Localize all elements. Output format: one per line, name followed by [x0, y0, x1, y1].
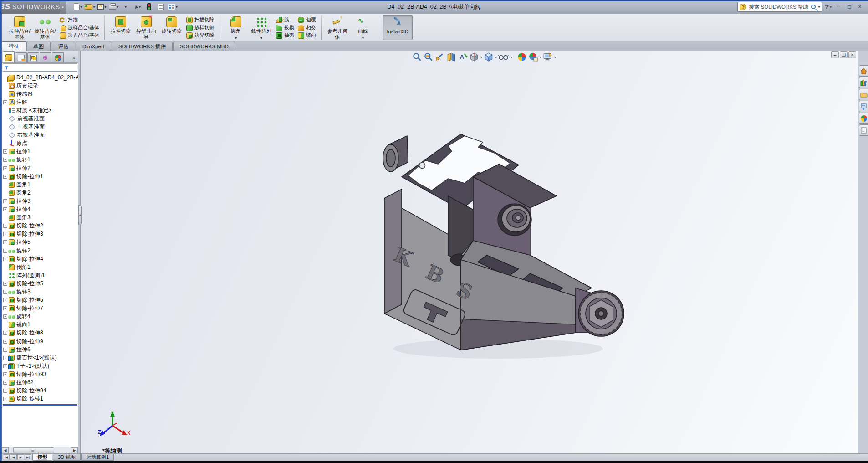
- tree-item[interactable]: + 拉伸2: [3, 164, 78, 172]
- ribbon-small-button[interactable]: 拔模: [276, 24, 294, 31]
- tree-item[interactable]: + 切除-拉伸2: [3, 222, 78, 230]
- ribbon-small-button[interactable]: 筋: [276, 16, 294, 24]
- quick-access-button[interactable]: [156, 1, 167, 12]
- apply-scene-icon[interactable]: [528, 52, 538, 62]
- panel-tab[interactable]: [52, 52, 64, 62]
- tree-item[interactable]: + 切除-拉伸7: [3, 304, 78, 313]
- quick-access-button[interactable]: ▾: [168, 1, 179, 12]
- tree-item[interactable]: 圆角3: [3, 214, 78, 222]
- study-tab[interactable]: 3D 视图: [53, 454, 81, 461]
- panel-more-chevron[interactable]: »: [72, 55, 77, 62]
- ribbon-tab[interactable]: DimXpert: [76, 42, 111, 51]
- expand-box[interactable]: +: [3, 224, 7, 228]
- scrollbar-thumb[interactable]: [13, 447, 54, 453]
- study-tab[interactable]: 模型: [32, 454, 52, 461]
- window-control-button[interactable]: –: [834, 3, 843, 11]
- expand-box[interactable]: +: [3, 149, 7, 154]
- display-style-icon[interactable]: [484, 52, 494, 62]
- tree-item[interactable]: 右视基准面: [3, 131, 78, 139]
- taskpane-tab-file-explorer[interactable]: [859, 89, 868, 100]
- zoom-area-icon[interactable]: [424, 52, 434, 62]
- tree-filter-bar[interactable]: [3, 63, 77, 72]
- ribbon-big-button[interactable]: 拉伸凸台/基体: [7, 15, 32, 40]
- ribbon-tab[interactable]: 草图: [26, 42, 51, 51]
- rollback-bar[interactable]: [3, 404, 77, 406]
- view-orientation-icon[interactable]: [469, 52, 479, 62]
- ribbon-small-button[interactable]: 边界切除: [186, 31, 214, 39]
- search-scope-caret-icon[interactable]: ▾: [818, 5, 820, 9]
- expand-box[interactable]: +: [3, 381, 7, 385]
- expand-box[interactable]: +: [3, 389, 7, 393]
- hide-show-items-icon[interactable]: [498, 52, 509, 62]
- ribbon-tab[interactable]: SOLIDWORKS 插件: [112, 42, 173, 51]
- tree-item[interactable]: + 拉伸6: [3, 345, 78, 354]
- study-tab[interactable]: 运动算例1: [81, 454, 114, 461]
- expand-box[interactable]: +: [3, 199, 7, 203]
- expand-box[interactable]: +: [3, 364, 7, 368]
- expand-box[interactable]: +: [3, 356, 7, 360]
- ribbon-big-button[interactable]: 异型孔向导: [133, 15, 159, 40]
- ribbon-small-button[interactable]: 镜向: [298, 31, 316, 39]
- tree-item[interactable]: + 旋转4: [3, 313, 78, 321]
- ribbon-big-button[interactable]: 旋转切除: [159, 15, 184, 40]
- expand-box[interactable]: +: [3, 348, 7, 352]
- expand-box[interactable]: +: [3, 372, 7, 376]
- tree-item[interactable]: 阵列(圆周)1: [3, 271, 78, 279]
- graphics-viewport[interactable]: A ▾ ▾ ▾ ▾ ▾ – ❏ ×: [81, 51, 858, 453]
- quick-access-button[interactable]: ▾: [108, 1, 119, 12]
- ribbon-tab[interactable]: SOLIDWORKS MBD: [173, 42, 235, 51]
- tree-item[interactable]: + 拉伸4: [3, 206, 78, 214]
- logo-flyout-arrow[interactable]: ▸: [60, 0, 66, 14]
- tree-item[interactable]: 前视基准面: [3, 114, 78, 123]
- tree-item[interactable]: + 旋转2: [3, 247, 78, 255]
- expand-box[interactable]: +: [3, 282, 7, 286]
- tree-item[interactable]: + 切除-拉伸8: [3, 329, 78, 337]
- panel-tab[interactable]: [15, 52, 27, 62]
- ribbon-small-button[interactable]: 放样凸台/基体: [60, 24, 99, 31]
- tree-item[interactable]: + 拉伸3: [3, 197, 78, 205]
- tree-item[interactable]: + 拉伸5: [3, 238, 78, 247]
- ribbon-big-button[interactable]: 旋转凸台/基体: [32, 15, 58, 40]
- expand-box[interactable]: +: [3, 314, 7, 319]
- view-settings-icon[interactable]: [543, 52, 553, 62]
- ribbon-tab[interactable]: 评估: [51, 42, 75, 51]
- tree-item[interactable]: 镜向1: [3, 321, 78, 329]
- expand-box[interactable]: +: [3, 306, 7, 310]
- ribbon-small-button[interactable]: 放样切割: [186, 24, 214, 31]
- doc-close-button[interactable]: ×: [848, 51, 856, 58]
- study-tab-nav-button[interactable]: ▶: [17, 454, 24, 460]
- tree-item[interactable]: + 切除-拉伸9: [3, 337, 78, 345]
- tree-item[interactable]: + 切除-拉伸6: [3, 296, 78, 304]
- ribbon-tab[interactable]: 特征: [2, 41, 26, 51]
- expand-box[interactable]: +: [3, 240, 7, 244]
- study-tab-nav-button[interactable]: ◀: [10, 454, 17, 460]
- tree-item[interactable]: + 拉伸1: [3, 148, 78, 156]
- tree-item[interactable]: 材质 <未指定>: [3, 106, 78, 114]
- expand-box[interactable]: +: [3, 175, 7, 179]
- quick-access-button[interactable]: ▾: [132, 1, 143, 12]
- tree-item[interactable]: + 切除-拉伸3: [3, 230, 78, 238]
- ribbon-small-button[interactable]: 包覆: [298, 16, 316, 24]
- panel-tab[interactable]: [3, 51, 15, 62]
- edit-appearance-icon[interactable]: [517, 52, 527, 62]
- window-control-button[interactable]: □: [845, 3, 854, 11]
- ribbon-big-button[interactable]: Instant3D: [383, 15, 413, 40]
- tree-item[interactable]: 传感器: [3, 90, 78, 98]
- taskpane-tab-appearances[interactable]: [859, 113, 868, 124]
- tree-item[interactable]: + 注解: [3, 98, 78, 106]
- panel-collapse-grip[interactable]: ◂: [78, 205, 82, 225]
- doc-restore-button[interactable]: ❏: [840, 51, 848, 58]
- quick-access-button[interactable]: ▾: [97, 1, 107, 12]
- ribbon-small-button[interactable]: 扫描: [60, 16, 99, 24]
- expand-box[interactable]: +: [3, 257, 7, 261]
- valve-3d-model[interactable]: K B S: [380, 118, 635, 365]
- tree-item[interactable]: 圆角2: [3, 189, 78, 197]
- tree-item[interactable]: + 康百世<1>(默认): [3, 354, 78, 362]
- tree-item[interactable]: + 切除-拉伸4: [3, 255, 78, 263]
- panel-horizontal-scrollbar[interactable]: ◀ ▶: [2, 447, 78, 453]
- search-box[interactable]: ? 搜索 SOLIDWORKS 帮助 ▾: [737, 2, 822, 12]
- expand-box[interactable]: +: [3, 290, 7, 294]
- tree-item[interactable]: + 切除-拉伸5: [3, 279, 78, 288]
- previous-view-icon[interactable]: [435, 52, 445, 62]
- scroll-left-icon[interactable]: ◀: [2, 447, 9, 453]
